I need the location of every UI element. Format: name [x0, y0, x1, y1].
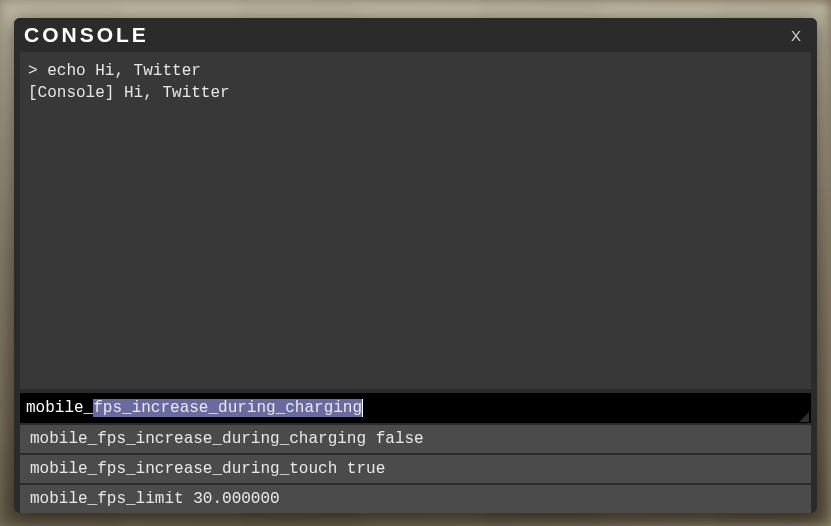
console-title: CONSOLE — [24, 23, 149, 47]
resize-grip-icon[interactable] — [797, 410, 809, 422]
console-input[interactable]: mobile_fps_increase_during_charging — [20, 393, 811, 423]
close-button[interactable]: X — [785, 25, 807, 46]
autocomplete-item[interactable]: mobile_fps_limit 30.000000 — [20, 485, 811, 513]
console-titlebar: CONSOLE X — [14, 18, 817, 52]
suggest-val: false — [376, 430, 424, 448]
output-line: > echo Hi, Twitter — [28, 60, 803, 82]
output-line: [Console] Hi, Twitter — [28, 82, 803, 104]
input-text: mobile_fps_increase_during_charging — [26, 399, 362, 417]
input-autocomplete-part: fps_increase_during_charging — [93, 399, 362, 417]
input-typed-part: mobile_ — [26, 399, 93, 417]
suggest-cmd: mobile_fps_increase_during_charging — [30, 430, 366, 448]
suggest-cmd: mobile_fps_increase_during_touch — [30, 460, 337, 478]
suggest-val: 30.000000 — [193, 490, 279, 508]
autocomplete-item[interactable]: mobile_fps_increase_during_touch true — [20, 455, 811, 483]
console-output[interactable]: > echo Hi, Twitter [Console] Hi, Twitter — [20, 52, 811, 389]
console-panel: CONSOLE X > echo Hi, Twitter [Console] H… — [14, 18, 817, 513]
suggest-cmd: mobile_fps_limit — [30, 490, 184, 508]
suggest-val: true — [347, 460, 385, 478]
autocomplete-item[interactable]: mobile_fps_increase_during_charging fals… — [20, 425, 811, 453]
autocomplete-list: mobile_fps_increase_during_charging fals… — [20, 425, 811, 513]
text-caret — [362, 399, 363, 417]
